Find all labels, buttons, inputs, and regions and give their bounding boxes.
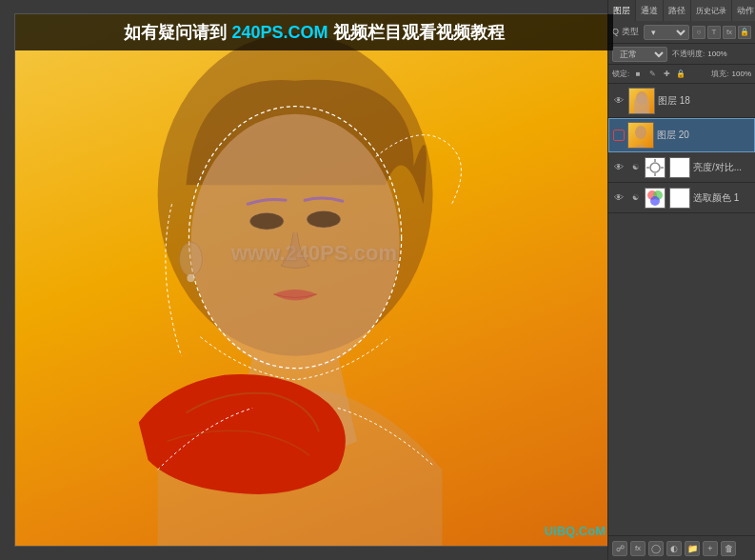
visibility-18[interactable]: 👁 bbox=[612, 94, 626, 108]
tab-actions[interactable]: 动作 bbox=[732, 0, 755, 21]
banner-suffix: 视频栏目观看视频教程 bbox=[328, 23, 505, 42]
svg-point-0 bbox=[158, 33, 433, 356]
filter-icon-lock[interactable]: 🔒 bbox=[738, 26, 751, 39]
layer-adj-brightness[interactable]: 👁 ☯ 亮度/对比... bbox=[608, 152, 755, 183]
svg-point-4 bbox=[307, 210, 341, 228]
tab-paths[interactable]: 路径 bbox=[664, 0, 691, 21]
visibility-20[interactable] bbox=[613, 130, 625, 141]
adj-thumb-selective bbox=[645, 188, 666, 209]
thumb-20 bbox=[627, 122, 654, 149]
lock-label: 锁定: bbox=[612, 69, 629, 79]
fill-value: 100% bbox=[732, 70, 751, 78]
center-watermark: www.240PS.com bbox=[231, 241, 397, 266]
folder-btn[interactable]: 📁 bbox=[685, 541, 700, 556]
layer-name-20: 图层 20 bbox=[657, 129, 750, 142]
layer-item-20[interactable]: 图层 20 bbox=[608, 118, 755, 152]
panel-bottom: ☍ fx ◯ ◐ 📁 + 🗑 bbox=[608, 535, 755, 560]
banner-highlight: 240PS.COM bbox=[231, 23, 328, 42]
filter-icon-t[interactable]: T bbox=[707, 26, 721, 39]
filter-label: Q 类型 bbox=[612, 26, 639, 38]
adj-btn[interactable]: ◐ bbox=[666, 541, 682, 556]
lock-fill-row: 锁定: ■ ✎ ✚ 🔒 填充: 100% bbox=[608, 65, 755, 84]
new-layer-btn[interactable]: + bbox=[703, 541, 718, 556]
banner-prefix: 如有疑问请到 bbox=[124, 23, 231, 42]
fx-icon-selective: ☯ bbox=[628, 191, 642, 205]
move-icon[interactable]: ✚ bbox=[661, 69, 672, 80]
mask-thumb-selective bbox=[669, 188, 690, 209]
svg-point-6 bbox=[187, 274, 194, 282]
canvas-area: 如有疑问请到 240PS.COM 视频栏目观看视频教程 bbox=[0, 0, 628, 560]
link-btn[interactable]: ☍ bbox=[612, 541, 627, 556]
mask-btn[interactable]: ◯ bbox=[648, 541, 664, 556]
lock2-icon[interactable]: 🔒 bbox=[675, 69, 686, 80]
visibility-selective[interactable]: 👁 bbox=[612, 191, 626, 205]
svg-point-5 bbox=[180, 242, 203, 276]
thumb-18 bbox=[628, 88, 655, 114]
fx-btn[interactable]: fx bbox=[630, 541, 646, 556]
filter-icon-fx[interactable]: fx bbox=[723, 26, 736, 39]
layer-adj-selective[interactable]: 👁 ☯ 选取颜色 1 bbox=[608, 183, 755, 213]
delete-layer-btn[interactable]: 🗑 bbox=[721, 541, 736, 556]
lock-icon[interactable]: ■ bbox=[632, 69, 644, 80]
svg-point-3 bbox=[249, 212, 284, 230]
adj-thumb-brightness bbox=[645, 157, 666, 178]
top-banner: 如有疑问请到 240PS.COM 视频栏目观看视频教程 bbox=[15, 14, 613, 50]
tab-channels[interactable]: 通道 bbox=[636, 0, 664, 21]
fx-icon-brightness: ☯ bbox=[628, 161, 642, 174]
tab-history[interactable]: 历史记录 bbox=[691, 0, 732, 21]
layer-name-18: 图层 18 bbox=[658, 94, 751, 108]
fill-label: 填充: bbox=[711, 69, 728, 79]
brush-icon[interactable]: ✎ bbox=[646, 69, 658, 80]
filter-row: Q 类型 ▾ ○ T fx 🔒 bbox=[608, 21, 755, 44]
blend-mode-dropdown[interactable]: 正常 bbox=[612, 47, 667, 62]
filter-icon-1[interactable]: ○ bbox=[692, 26, 705, 39]
svg-point-11 bbox=[650, 163, 660, 172]
svg-point-2 bbox=[189, 107, 401, 369]
svg-point-8 bbox=[636, 91, 647, 105]
panel-tabs: 图层 通道 路径 历史记录 动作 bbox=[608, 0, 755, 21]
image-container: 如有疑问请到 240PS.COM 视频栏目观看视频教程 bbox=[14, 13, 614, 547]
opacity-label: 不透明度: bbox=[672, 49, 705, 59]
banner-text: 如有疑问请到 240PS.COM 视频栏目观看视频教程 bbox=[124, 21, 504, 44]
bottom-watermark: UiBQ.CoM bbox=[545, 524, 606, 538]
opacity-value: 100% bbox=[707, 50, 726, 58]
filter-dropdown[interactable]: ▾ bbox=[644, 25, 689, 40]
svg-point-18 bbox=[650, 196, 660, 206]
svg-point-10 bbox=[635, 126, 646, 139]
blend-mode-row: 正常 不透明度: 100% bbox=[608, 44, 755, 65]
mask-thumb-brightness bbox=[669, 157, 690, 178]
layer-item-18[interactable]: 👁 图层 18 bbox=[608, 84, 755, 118]
layer-name-brightness: 亮度/对比... bbox=[693, 161, 751, 174]
layers-panel: 图层 通道 路径 历史记录 动作 Q 类型 ▾ ○ T fx 🔒 正常 不透明度… bbox=[607, 0, 755, 560]
visibility-brightness[interactable]: 👁 bbox=[612, 161, 626, 174]
layer-name-selective: 选取颜色 1 bbox=[693, 191, 751, 205]
